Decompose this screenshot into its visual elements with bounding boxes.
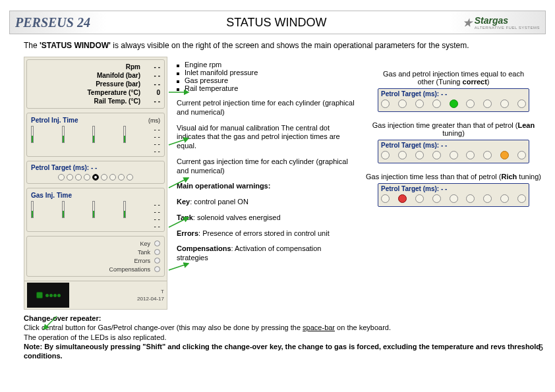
- changeover-button[interactable]: [36, 292, 43, 298]
- logo: ★ Stargas ALTERNATIVE FUEL SYSTEMS: [463, 15, 540, 30]
- gas-bars: - - - - - - - -: [31, 201, 160, 229]
- warn-comp-line: Compensations: Activation of compensatio…: [177, 244, 355, 263]
- caption-lean: Gas injection time greater than that of …: [364, 121, 543, 137]
- param-value: - -: [140, 63, 160, 70]
- panel-params-group: Rpm- - Manifold (bar)- - Pressure (bar)-…: [26, 59, 165, 109]
- petrol-val: - -: [154, 126, 160, 133]
- gas-inj-group: Gas Inj. Time - - - - - - - -: [26, 188, 165, 232]
- clock-date: 2012-04-17: [137, 296, 164, 302]
- dot-red-icon: [398, 194, 407, 203]
- caption-equal: Gas and petrol injection times equal to …: [364, 70, 543, 86]
- right-column: Gas and petrol injection times equal to …: [364, 57, 543, 310]
- dot-orange-icon: [500, 151, 509, 159]
- gas-val: - -: [154, 215, 160, 223]
- bullet-text: Rail temperature: [185, 84, 238, 92]
- intro-text: The 'STATUS WINDOW' is always visible on…: [24, 41, 543, 50]
- warn-label: Compensations: [109, 266, 150, 273]
- warn-tank-line: Tank: solenoid valves energised: [177, 213, 355, 223]
- petrol-target-title: Petrol Target (ms): - -: [31, 164, 160, 171]
- target-title: Petrol Target (ms): - -: [381, 142, 526, 149]
- mid-column: Engine rpm Inlet manifold pressure Gas p…: [177, 57, 355, 310]
- petrol-bars: - - - - - - - -: [31, 126, 160, 154]
- petrol-inj-ms: (ms): [148, 117, 160, 124]
- gas-inj-title: Gas Inj. Time: [31, 192, 72, 199]
- param-value: - -: [140, 72, 160, 79]
- led-icon: [154, 258, 160, 264]
- param-label: Rpm: [31, 63, 140, 70]
- param-value: - -: [140, 98, 160, 105]
- foot-title: Change-over repeater:: [24, 314, 101, 322]
- target-title: Petrol Target (ms): - -: [381, 185, 526, 192]
- bullet-text: Gas pressure: [185, 76, 228, 84]
- param-value: - -: [140, 80, 160, 88]
- header-bar: PERSEUS 24 STATUS WINDOW ★ Stargas ALTER…: [9, 11, 546, 34]
- star-icon: ★: [463, 16, 472, 29]
- bullet-list: Engine rpm Inlet manifold pressure Gas p…: [177, 61, 355, 92]
- mid-p1: Current petrol injection time for each c…: [177, 99, 355, 117]
- target-bar-correct: Petrol Target (ms): - -: [378, 88, 529, 112]
- petrol-val: - -: [154, 148, 160, 155]
- mid-p2: Visual aid for manual calibration The ce…: [177, 124, 355, 151]
- petrol-inj-group: Petrol Inj. Time(ms) - - - - - - - -: [26, 113, 165, 157]
- warn-label: Tank: [138, 249, 150, 256]
- target-dots: [31, 174, 160, 181]
- main-warn-title: Main operational warnings:: [177, 182, 355, 191]
- warn-label: Key: [140, 240, 150, 247]
- petrol-inj-title: Petrol Inj. Time: [31, 117, 78, 124]
- warn-key-line: Key: control panel ON: [177, 198, 355, 207]
- status-panel: Rpm- - Manifold (bar)- - Pressure (bar)-…: [24, 57, 167, 310]
- footer-text: Change-over repeater: Click central butt…: [24, 314, 543, 360]
- clock-label: T: [161, 289, 164, 294]
- caption-rich: Gas injection time less than that of pet…: [364, 173, 543, 181]
- bullet-text: Inlet manifold pressure: [185, 69, 258, 76]
- mid-p3: Current gas injection time for each cyli…: [177, 157, 355, 176]
- petrol-val: - -: [154, 133, 160, 140]
- target-bar-lean: Petrol Target (ms): - -: [378, 140, 529, 163]
- target-title: Petrol Target (ms): - -: [381, 90, 526, 98]
- gas-val: - -: [154, 201, 160, 208]
- brand: PERSEUS 24: [15, 15, 90, 30]
- petrol-target-group: Petrol Target (ms): - -: [26, 161, 165, 184]
- param-label: Temperature (°C): [31, 89, 140, 96]
- led-icon: [154, 249, 160, 255]
- param-value: 0: [140, 89, 160, 96]
- logo-subtitle: ALTERNATIVE FUEL SYSTEMS: [475, 26, 540, 30]
- gas-val: - -: [154, 208, 160, 215]
- changeover-repeater: T 2012-04-17: [24, 281, 167, 309]
- target-bar-rich: Petrol Target (ms): - -: [378, 183, 529, 207]
- led-icon: [154, 240, 160, 246]
- page-title: STATUS WINDOW: [90, 16, 463, 30]
- warn-group: Key Tank Errors Compensations: [26, 236, 165, 277]
- bullet-text: Engine rpm: [185, 61, 221, 69]
- dot-green-icon: [450, 99, 458, 108]
- param-label: Pressure (bar): [31, 80, 140, 88]
- warn-errors-line: Errors: Presence of errors stored in con…: [177, 229, 355, 238]
- param-label: Rail Temp. (°C): [31, 98, 140, 105]
- petrol-val: - -: [154, 140, 160, 148]
- param-label: Manifold (bar): [31, 72, 140, 79]
- gas-val: - -: [154, 223, 160, 230]
- warn-label: Errors: [134, 258, 151, 264]
- repeater-display: [27, 283, 69, 308]
- page-number: 5: [539, 343, 543, 352]
- led-icon: [154, 266, 160, 272]
- logo-text: Stargas: [475, 15, 508, 26]
